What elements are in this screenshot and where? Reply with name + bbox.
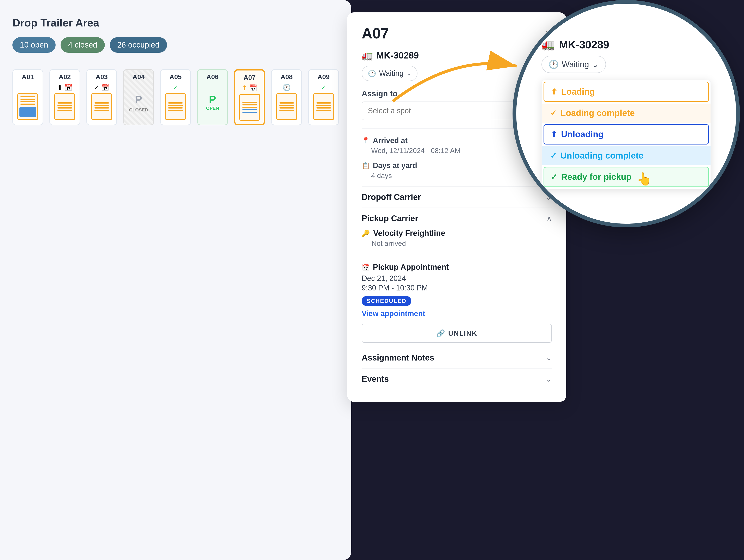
- check-icon-a03: ✓: [94, 83, 100, 91]
- spot-label-a04: A04: [133, 73, 145, 81]
- view-appointment-link[interactable]: View appointment: [362, 309, 552, 318]
- truck-id: MK-30289: [376, 50, 419, 61]
- dropoff-carrier-title: Dropoff Carrier: [362, 192, 421, 202]
- trailer-a05: [165, 93, 186, 120]
- status-menu: ⬆ Loading ✓ Loading complete ⬆ Unloading…: [542, 80, 711, 189]
- spot-icons-a07: ⬆ 📅: [242, 84, 257, 92]
- yard-badges: 10 open 4 closed 26 occupied: [12, 37, 339, 53]
- carrier-status: Not arrived: [362, 239, 552, 248]
- events-title: Events: [362, 374, 389, 384]
- appointment-calendar-icon: 📅: [362, 263, 370, 271]
- unloading-complete-label: Unloading complete: [560, 151, 643, 161]
- status-option-loading[interactable]: ⬆ Loading: [544, 82, 709, 102]
- p-label-a04: P: [135, 93, 142, 106]
- days-at-yard-row: 📋 Days at yard 4 days: [362, 161, 552, 180]
- spot-card-a05[interactable]: A05 ✓: [160, 69, 191, 125]
- spot-label-a01: A01: [22, 73, 34, 81]
- clock-icon-a08: 🕐: [283, 83, 291, 91]
- spot-icons-a08: 🕐: [283, 83, 291, 91]
- panel-title: A07: [362, 25, 389, 42]
- events-section[interactable]: Events ⌄: [362, 368, 552, 389]
- spot-card-a07[interactable]: A07 ⬆ 📅: [234, 69, 265, 125]
- key-icon: 🔑: [362, 229, 370, 237]
- status-option-unloading[interactable]: ⬆ Unloading: [544, 124, 709, 145]
- status-option-loading-complete[interactable]: ✓ Loading complete: [542, 104, 710, 122]
- check-icon-a09: ✓: [321, 83, 326, 91]
- spot-icons-a09: ✓: [321, 83, 326, 91]
- spot-label-a03: A03: [96, 73, 108, 81]
- trailer-a07: [239, 94, 260, 121]
- assignment-notes-section[interactable]: Assignment Notes ⌄: [362, 347, 552, 368]
- spot-label-a07: A07: [244, 74, 256, 81]
- carrier-name-row: 🔑 Velocity Freightline: [362, 229, 552, 238]
- trailer-a03: [91, 93, 112, 120]
- status-option-unloading-complete[interactable]: ✓ Unloading complete: [542, 146, 710, 165]
- calendar-icon: 📋: [362, 162, 370, 170]
- chevron-down-icon: ⌄: [407, 70, 411, 77]
- cursor-pointer: 👆: [636, 172, 652, 186]
- pickup-carrier-section[interactable]: Pickup Carrier ∧: [362, 208, 552, 229]
- divider-2: [362, 255, 552, 255]
- detail-panel: A07 × 🚛 MK-30289 🕐 Waiting ⌄ Assign to 📍…: [347, 12, 566, 402]
- unlink-icon: 🔗: [436, 329, 445, 337]
- appt-date: Dec 21, 2024: [362, 274, 552, 283]
- pickup-carrier-content: 🔑 Velocity Freightline Not arrived 📅 Pic…: [362, 229, 552, 347]
- closed-label-a04: CLOSED: [129, 107, 148, 113]
- p-label-a06: P: [209, 93, 216, 106]
- spot-select-input[interactable]: [362, 102, 552, 120]
- calendar-icon-a02: 📅: [64, 83, 73, 91]
- clock-icon: 🕐: [368, 70, 376, 77]
- days-value: 4 days: [362, 172, 552, 180]
- unload-icon-a02: ⬆: [57, 83, 63, 91]
- spot-card-a01[interactable]: A01: [12, 69, 43, 125]
- spot-card-a03[interactable]: A03 ✓ 📅: [86, 69, 117, 125]
- arrived-label: Arrived at: [373, 136, 408, 145]
- spot-label-a02: A02: [59, 73, 71, 81]
- divider-1: [362, 128, 552, 129]
- spot-label-a06: A06: [207, 73, 219, 81]
- badge-closed: 4 closed: [61, 37, 105, 53]
- calendar-icon-a03: 📅: [101, 83, 109, 91]
- open-label-a06: OPEN: [206, 106, 219, 111]
- spot-card-a02[interactable]: A02 ⬆ 📅: [49, 69, 80, 125]
- days-label: Days at yard: [373, 161, 417, 170]
- appointment-label: 📅 Pickup Appointment: [362, 263, 552, 272]
- close-button[interactable]: ×: [546, 28, 552, 39]
- panel-header: A07 ×: [362, 25, 552, 42]
- spot-label-a05: A05: [170, 73, 182, 81]
- trailer-a09: [313, 93, 334, 120]
- scheduled-badge: SCHEDULED: [362, 296, 411, 306]
- ready-label: Ready for pickup: [561, 172, 632, 182]
- unlink-button[interactable]: 🔗 UNLINK: [362, 324, 552, 343]
- carrier-name: Velocity Freightline: [373, 229, 445, 238]
- dropoff-chevron-icon: ⌄: [546, 193, 552, 201]
- yard-panel: Drop Trailer Area 10 open 4 closed 26 oc…: [0, 0, 351, 560]
- spot-icons-a05: ✓: [173, 83, 178, 91]
- appt-time: 9:30 PM - 10:30 PM: [362, 284, 552, 292]
- arrived-value: Wed, 12/11/2024 - 08:12 AM: [362, 147, 552, 155]
- dropoff-carrier-section[interactable]: Dropoff Carrier ⌄: [362, 186, 552, 208]
- assign-section: Assign to: [362, 89, 552, 120]
- assignment-notes-title: Assignment Notes: [362, 353, 434, 362]
- events-chevron-icon: ⌄: [546, 375, 552, 383]
- status-dropdown[interactable]: 🕐 Waiting ⌄: [362, 66, 417, 81]
- check-icon-a05: ✓: [173, 83, 178, 91]
- badge-open: 10 open: [12, 37, 55, 53]
- unload-icon-a07: ⬆: [242, 84, 247, 92]
- location-icon: 📍: [362, 137, 370, 145]
- unloading-label: Unloading: [561, 129, 603, 139]
- status-option-ready-for-pickup[interactable]: ✓ Ready for pickup: [544, 167, 709, 187]
- spot-icons-a02: ⬆ 📅: [57, 83, 73, 91]
- spot-card-a06[interactable]: A06 P OPEN: [197, 69, 228, 125]
- truck-icon: 🚛: [362, 50, 373, 61]
- trailer-a01: [17, 93, 38, 120]
- trailer-a08: [276, 93, 297, 120]
- trailer-a02: [54, 93, 75, 120]
- spot-card-a08[interactable]: A08 🕐: [271, 69, 302, 125]
- loading-complete-label: Loading complete: [560, 108, 635, 118]
- yard-title: Drop Trailer Area: [12, 16, 339, 29]
- notes-chevron-icon: ⌄: [546, 353, 552, 362]
- spot-card-a04: A04 P CLOSED: [123, 69, 154, 125]
- spot-label-a08: A08: [281, 73, 293, 81]
- spot-card-a09[interactable]: A09 ✓: [308, 69, 339, 125]
